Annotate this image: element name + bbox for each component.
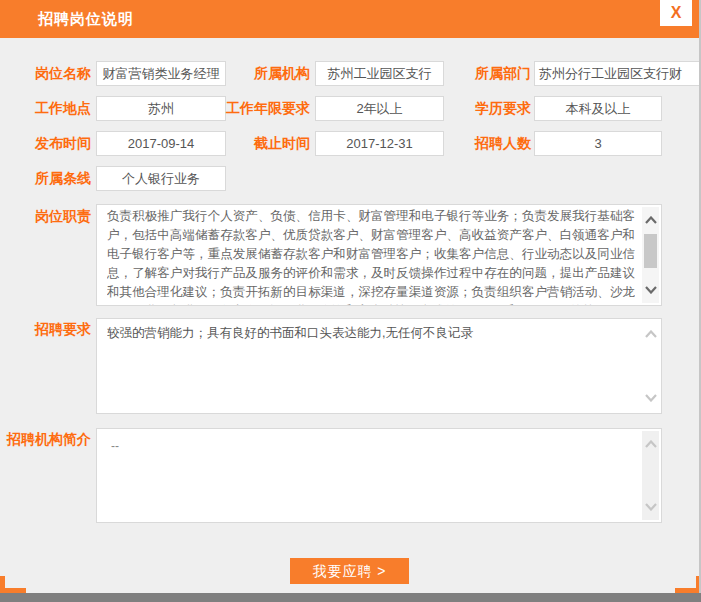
org-intro-textarea[interactable]: --	[96, 428, 662, 523]
position-name-label: 岗位名称	[0, 61, 91, 86]
field-row-2: 工作地点 苏州 工作年限要求 2年以上 学历要求 本科及以上	[0, 96, 701, 121]
responsibilities-text: 负责积极推广我行个人资产、负债、信用卡、财富管理和电子银行等业务；负责发展我行基…	[107, 207, 635, 305]
apply-button[interactable]: 我要应聘 >	[290, 558, 409, 584]
close-button[interactable]: X	[660, 0, 692, 26]
responsibilities-scrollbar[interactable]	[642, 207, 659, 303]
field-row-1: 岗位名称 财富营销类业务经理 所属机构 苏州工业园区支行 所属部门 苏州分行工业…	[0, 61, 701, 86]
scrollbar-thumb[interactable]	[644, 234, 657, 268]
department-label: 所属部门	[380, 61, 531, 86]
headcount-input[interactable]: 3	[534, 131, 662, 156]
requirements-textarea[interactable]: 较强的营销能力；具有良好的书面和口头表达能力,无任何不良记录	[96, 318, 662, 414]
education-label: 学历要求	[380, 96, 531, 121]
org-intro-scrollbar[interactable]	[642, 431, 659, 520]
education-input[interactable]: 本科及以上	[534, 96, 662, 121]
deadline-label: 截止时间	[160, 131, 310, 156]
scroll-up-icon[interactable]	[642, 213, 659, 227]
scroll-up-icon[interactable]	[642, 437, 659, 451]
scroll-up-icon[interactable]	[642, 327, 659, 341]
bottom-bar	[0, 593, 701, 602]
scroll-down-icon[interactable]	[642, 283, 659, 297]
responsibilities-label: 岗位职责	[0, 208, 91, 226]
location-label: 工作地点	[0, 96, 91, 121]
responsibilities-textarea[interactable]: 负责积极推广我行个人资产、负债、信用卡、财富管理和电子银行等业务；负责发展我行基…	[96, 204, 662, 306]
org-intro-text: --	[111, 437, 635, 522]
business-line-input[interactable]: 个人银行业务	[96, 166, 226, 191]
publish-date-label: 发布时间	[0, 131, 91, 156]
scroll-down-icon[interactable]	[642, 500, 659, 514]
job-detail-dialog: 招聘岗位说明 X 岗位名称 财富营销类业务经理 所属机构 苏州工业园区支行 所属…	[0, 0, 701, 602]
field-row-4: 所属条线 个人银行业务	[0, 166, 701, 191]
department-input[interactable]: 苏州分行工业园区支行财	[534, 61, 701, 86]
field-row-3: 发布时间 2017-09-14 截止时间 2017-12-31 招聘人数 3	[0, 131, 701, 156]
business-line-label: 所属条线	[0, 166, 91, 191]
headcount-label: 招聘人数	[380, 131, 531, 156]
experience-label: 工作年限要求	[160, 96, 310, 121]
org-intro-label: 招聘机构简介	[0, 431, 91, 449]
dialog-header: 招聘岗位说明 X	[0, 0, 701, 38]
requirements-label: 招聘要求	[0, 321, 91, 339]
requirements-scrollbar[interactable]	[642, 321, 659, 411]
organization-label: 所属机构	[160, 61, 310, 86]
dialog-title: 招聘岗位说明	[38, 0, 134, 38]
close-icon: X	[671, 4, 682, 21]
scroll-down-icon[interactable]	[642, 391, 659, 405]
requirements-text: 较强的营销能力；具有良好的书面和口头表达能力,无任何不良记录	[107, 324, 635, 413]
